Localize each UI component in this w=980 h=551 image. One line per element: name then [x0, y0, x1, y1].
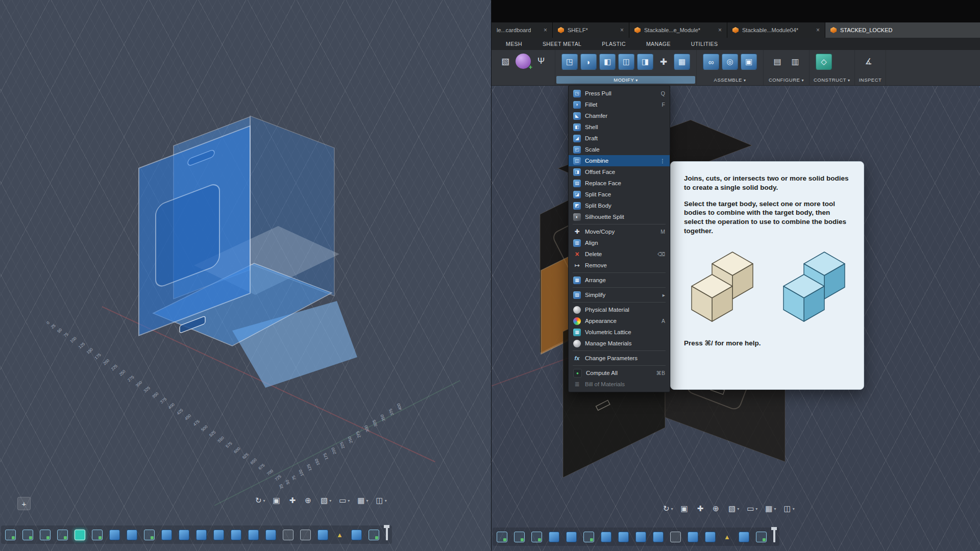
press-pull[interactable]: ◳ — [561, 54, 578, 70]
timeline-feature-icon[interactable] — [335, 530, 345, 540]
fillet[interactable]: ◗ — [580, 54, 597, 70]
timeline-feature-icon[interactable] — [369, 530, 379, 540]
timeline-feature-icon[interactable] — [40, 530, 51, 540]
split-tool[interactable]: Ψ — [533, 54, 549, 69]
menu-item[interactable] — [573, 365, 666, 366]
menu-item[interactable]: ● Compute All ⌘B — [569, 367, 670, 379]
toolbar-group-label-construct[interactable]: CONSTRUCT ▾ — [811, 76, 853, 84]
ribbon-tab[interactable]: MANAGE — [637, 38, 680, 50]
display-settings-icon[interactable]: ▭ ▾ — [339, 496, 350, 505]
window-zoom-icon[interactable]: ▧ ▾ — [728, 504, 739, 513]
timeline-feature-icon[interactable] — [317, 530, 328, 540]
toolbar-group-label-configure[interactable]: CONFIGURE ▾ — [765, 76, 808, 84]
document-tab[interactable]: Stackable...e_Module* × — [629, 22, 727, 38]
document-tab[interactable]: STACKED_LOCKED — [825, 22, 980, 38]
menu-item[interactable] — [573, 287, 666, 288]
timeline-feature-icon[interactable] — [583, 532, 594, 542]
menu-item[interactable] — [573, 302, 666, 303]
document-tab[interactable]: Stackable...Module04* × — [727, 22, 825, 38]
menu-item[interactable]: ↦ Remove — [569, 260, 670, 271]
measure[interactable]: ∡ — [861, 54, 876, 69]
construct-plane[interactable]: ◇ — [816, 54, 832, 70]
timeline-feature-icon[interactable] — [549, 532, 559, 542]
toolbar-group-label[interactable] — [493, 82, 554, 84]
toolbar-group-label-modify[interactable]: MODIFY ▾ — [556, 76, 695, 84]
offset-face[interactable]: ◨ — [637, 54, 653, 70]
pattern[interactable]: ▦ — [674, 54, 690, 70]
timeline-feature-icon[interactable] — [351, 530, 362, 540]
ribbon-tab[interactable]: UTILITIES — [682, 38, 727, 50]
insert[interactable]: ∞ — [703, 54, 719, 70]
menu-item[interactable]: ◫ Combine ⋮ — [569, 155, 670, 166]
timeline-feature-icon[interactable] — [231, 530, 241, 540]
left-viewport-pane[interactable]: 0255075100125150175200225250275300325350… — [0, 0, 491, 551]
menu-item[interactable]: ◢ Draft — [569, 133, 670, 144]
timeline-feature-icon[interactable] — [618, 532, 629, 542]
document-tab[interactable]: SHELF* × — [553, 22, 629, 38]
window-zoom-icon[interactable]: ▧ ▾ — [321, 496, 331, 505]
menu-item[interactable]: ◗ Fillet F — [569, 99, 670, 110]
tab-close-icon[interactable]: × — [620, 27, 624, 34]
create-form[interactable] — [516, 54, 531, 69]
timeline-feature-icon[interactable] — [514, 532, 525, 542]
menu-item[interactable]: ◧ Shell — [569, 121, 670, 133]
timeline-feature-icon[interactable] — [497, 532, 507, 542]
menu-item[interactable]: fx Change Parameters — [569, 353, 670, 364]
timeline-feature-icon[interactable] — [722, 532, 732, 542]
combine[interactable]: ◫ — [618, 54, 634, 70]
timeline-feature-icon[interactable] — [127, 530, 137, 540]
timeline-feature-icon[interactable] — [531, 532, 542, 542]
timeline-feature-icon[interactable] — [670, 532, 681, 542]
zoom-icon[interactable]: ⊕ — [305, 496, 313, 505]
add-comment-button[interactable]: + — [17, 497, 31, 510]
menu-item[interactable]: ▥ Align — [569, 237, 670, 248]
menu-item[interactable]: Appearance A — [569, 315, 670, 327]
menu-item[interactable] — [573, 224, 666, 224]
pan-icon[interactable]: ✚ — [697, 504, 705, 513]
menu-item[interactable]: ✚ Move/Copy M — [569, 226, 670, 237]
orbit-icon[interactable]: ↻ ▾ — [255, 496, 265, 505]
timeline-feature-icon[interactable] — [248, 530, 259, 540]
display-settings-icon[interactable]: ▭ ▾ — [747, 504, 757, 513]
timeline-feature-icon[interactable] — [265, 530, 276, 540]
grid-snaps-icon[interactable]: ▦ ▾ — [357, 496, 368, 505]
look-at-icon[interactable]: ▣ — [273, 496, 282, 505]
menu-item[interactable]: Physical Material — [569, 304, 670, 315]
timeline-feature-icon[interactable] — [196, 530, 207, 540]
timeline-feature-icon[interactable] — [601, 532, 611, 542]
timeline-feature-icon[interactable] — [386, 527, 388, 540]
timeline-feature-icon[interactable] — [653, 532, 664, 542]
menu-item[interactable]: ◪ Split Face — [569, 189, 670, 200]
menu-item[interactable]: ◰ Scale — [569, 144, 670, 155]
menu-item[interactable] — [573, 272, 666, 273]
rigid-group[interactable]: ▣ — [741, 54, 757, 70]
ribbon-tab[interactable]: SHEET METAL — [533, 38, 591, 50]
menu-item[interactable] — [573, 350, 666, 351]
menu-item[interactable]: ▦ Volumetric Lattice — [569, 327, 670, 338]
timeline-feature-icon[interactable] — [213, 530, 224, 540]
menu-item[interactable]: ◳ Press Pull Q — [569, 88, 670, 99]
timeline-feature-icon[interactable] — [688, 532, 698, 542]
configuration[interactable]: ▤ — [770, 54, 785, 69]
select[interactable]: ▧ — [498, 54, 513, 69]
toolbar-group-label-inspect[interactable]: INSPECT — [856, 76, 885, 84]
orbit-icon[interactable]: ↻ ▾ — [663, 504, 673, 513]
tab-close-icon[interactable]: × — [544, 27, 547, 34]
timeline-feature-icon[interactable] — [92, 530, 103, 540]
menu-item[interactable]: ▤ Replace Face — [569, 178, 670, 189]
timeline-feature-icon[interactable] — [300, 530, 311, 540]
joint[interactable]: ◎ — [722, 54, 738, 70]
timeline-feature-icon[interactable] — [566, 532, 577, 542]
menu-item[interactable]: ◨ Offset Face — [569, 166, 670, 178]
timeline-feature-icon[interactable] — [635, 532, 646, 542]
look-at-icon[interactable]: ▣ — [681, 504, 690, 513]
menu-item[interactable]: Manage Materials — [569, 338, 670, 349]
viewports-icon[interactable]: ◫ ▾ — [376, 496, 387, 505]
menu-item[interactable]: ◐ Silhouette Split — [569, 211, 670, 222]
tab-close-icon[interactable]: × — [718, 27, 722, 34]
timeline-feature-icon[interactable] — [739, 532, 749, 542]
menu-item[interactable]: × Delete ⌫ — [569, 248, 670, 260]
pan-icon[interactable]: ✚ — [289, 496, 298, 505]
menu-item[interactable]: ◩ Split Body — [569, 200, 670, 211]
document-tab[interactable]: le...cardboard × — [492, 22, 553, 38]
